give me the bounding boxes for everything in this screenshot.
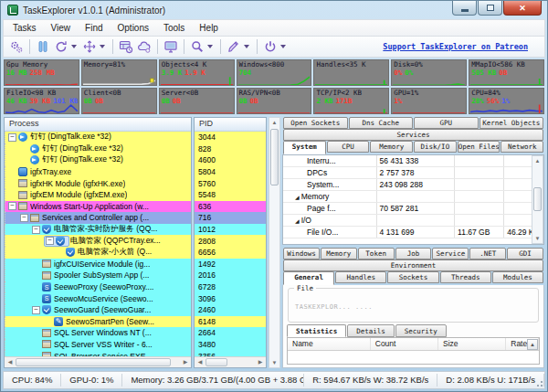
graph-cell-cpu[interactable]: CPU=84%28%56%1%: [469, 88, 544, 114]
menu-item-find[interactable]: Find: [78, 21, 110, 35]
graph-cell-gpu[interactable]: GPU=1%1%: [391, 88, 467, 114]
graph-cell-gpu-memory[interactable]: Gpu Memory16 MB258 MB: [4, 59, 79, 86]
menu-item-options[interactable]: Options: [111, 21, 156, 35]
tab-statistics[interactable]: Statistics: [287, 324, 346, 337]
pid-row[interactable]: 3356: [195, 350, 266, 356]
tab-environment[interactable]: Environment: [283, 260, 543, 271]
system-stat-row[interactable]: File I/O...4 131 69911.67 GB46.29 KB: [283, 227, 543, 238]
pid-row[interactable]: 6148: [195, 316, 266, 328]
process-row[interactable]: 钉钉 (DingTalk.exe *32): [5, 154, 191, 166]
tab-memory[interactable]: Memory: [321, 248, 357, 260]
scroll-down-icon[interactable]: ▼: [269, 358, 279, 367]
tab-threads[interactable]: Threads: [440, 271, 491, 283]
graph-cell-memory[interactable]: Memory=81%: [81, 59, 157, 86]
pause-button[interactable]: [34, 38, 52, 55]
graph-cell-mmapio[interactable]: MMapIO<586 KB505 KB0B: [469, 59, 544, 86]
scroll-left-icon[interactable]: ◀: [5, 358, 15, 366]
pid-row[interactable]: 2016: [195, 270, 266, 281]
tab-details[interactable]: Details: [347, 324, 395, 337]
expand-all-button[interactable]: [80, 38, 109, 55]
graph-cell-disk[interactable]: Disk=0%0%0%: [391, 59, 467, 86]
process-row[interactable]: −Services and Controller app (...: [5, 212, 191, 224]
tab-cpu[interactable]: CPU: [327, 141, 370, 153]
process-row[interactable]: SQL Browser Service EXE ...: [5, 350, 191, 356]
pid-column-header[interactable]: PID: [195, 118, 266, 132]
process-column-header[interactable]: Process: [5, 118, 191, 132]
process-row[interactable]: 钉钉 (DingTalk.exe *32): [5, 143, 191, 155]
tab-network[interactable]: Network: [501, 141, 543, 153]
tab-sockets[interactable]: Sockets: [387, 271, 438, 283]
pid-row[interactable]: 5804: [195, 166, 266, 178]
tab-open-files[interactable]: Open Files: [458, 141, 501, 153]
menu-item-help[interactable]: Help: [192, 21, 226, 35]
hscroll-thumb[interactable]: [16, 358, 171, 366]
process-row[interactable]: igfxHK Module (igfxHK.exe): [5, 177, 191, 189]
chevron-down-icon[interactable]: [244, 45, 249, 48]
expanded-icon[interactable]: ◢: [295, 216, 300, 226]
chevron-down-icon[interactable]: [100, 45, 105, 48]
pid-row[interactable]: 3096: [195, 292, 266, 304]
collapse-toggle[interactable]: −: [8, 202, 16, 210]
pid-row[interactable]: 636: [195, 201, 266, 213]
process-vscrollbar[interactable]: ▲ ▼: [269, 117, 280, 368]
chevron-down-icon[interactable]: [280, 45, 286, 48]
process-row[interactable]: −电脑管家-实时防护服务 (QQ...: [5, 224, 191, 236]
collapse-toggle[interactable]: −: [20, 214, 28, 222]
menu-item-tasks[interactable]: Tasks: [5, 21, 44, 35]
tab-job[interactable]: Job: [395, 248, 432, 260]
menu-item-view[interactable]: View: [44, 21, 79, 35]
process-hscrollbar[interactable]: ◀ ▶: [5, 356, 191, 367]
pid-row[interactable]: 2460: [195, 304, 266, 316]
pid-row[interactable]: 1492: [195, 259, 266, 270]
tab-open-sockets[interactable]: Open Sockets: [283, 117, 348, 129]
process-row[interactable]: 电脑管家-小火箭 (Q...: [5, 247, 191, 259]
tab-service[interactable]: Service: [432, 248, 469, 260]
patreon-link[interactable]: Support TaskExplorer on Patreon: [383, 42, 528, 51]
collapse-toggle[interactable]: −: [8, 133, 16, 142]
pid-row[interactable]: 5760: [195, 177, 266, 189]
settings-button[interactable]: [7, 38, 26, 55]
collapse-toggle[interactable]: −: [46, 237, 54, 245]
resize-grip[interactable]: [533, 377, 543, 387]
scroll-up-icon[interactable]: ▲: [532, 156, 543, 165]
graph-cell-fileio[interactable]: FileIO<98 KB46 KB39 KB101 KB: [4, 88, 79, 114]
graph-cell-handles[interactable]: Handles<35 K: [313, 59, 389, 86]
scroll-down-icon[interactable]: ▼: [532, 234, 543, 243]
vscroll-thumb[interactable]: [533, 187, 542, 211]
pid-row[interactable]: 3044: [195, 132, 266, 143]
monitors-button[interactable]: [162, 38, 180, 55]
graph-cell-client[interactable]: Client<0B0B0B: [81, 88, 157, 114]
tab-memory[interactable]: Memory: [370, 141, 413, 153]
title-bar[interactable]: TaskExplorer v1.0.1 (Administrator) ✕: [3, 1, 545, 19]
tab-services[interactable]: Services: [283, 129, 543, 141]
close-button[interactable]: ✕: [503, 1, 542, 16]
pid-row[interactable]: 2808: [195, 235, 266, 247]
pid-row[interactable]: 6656: [195, 247, 266, 259]
process-row[interactable]: igfxEM Module (igfxEM.exe): [5, 189, 191, 201]
pid-row[interactable]: 828: [195, 143, 266, 155]
process-row[interactable]: −Windows Start-Up Application (w...: [5, 201, 191, 213]
system-stat-row[interactable]: Interru...56 431 338: [283, 155, 543, 167]
tab-windows[interactable]: Windows: [283, 248, 320, 260]
graph-cell-server[interactable]: Server<0B0B0B: [159, 88, 235, 114]
system-stat-row[interactable]: Page f...70 587 281: [283, 203, 543, 215]
pid-row[interactable]: 5548: [195, 189, 266, 201]
process-row[interactable]: SeewoMcuService (Seewo...: [5, 292, 191, 304]
system-info-button[interactable]: [117, 38, 135, 55]
tab-dns-cache[interactable]: Dns Cache: [349, 117, 414, 129]
process-row[interactable]: igfxCUIService Module (ig...: [5, 259, 191, 270]
tab-handles[interactable]: Handles: [335, 271, 386, 283]
tab--net[interactable]: .NET: [469, 248, 506, 260]
pid-hscrollbar[interactable]: ◀ ▶: [195, 356, 266, 367]
tab-kernel-objects[interactable]: Kernel Objects: [480, 117, 544, 129]
column-header-name[interactable]: Name: [288, 338, 371, 350]
collapse-toggle[interactable]: −: [32, 226, 40, 234]
scroll-left-icon[interactable]: ◀: [195, 358, 205, 366]
process-row[interactable]: igfxTray.exe: [5, 166, 191, 178]
tab-security[interactable]: Security: [395, 324, 447, 337]
pid-row[interactable]: 6728: [195, 281, 266, 293]
process-row[interactable]: −钉钉 (DingTalk.exe *32): [5, 132, 191, 143]
cleanup-button[interactable]: [225, 38, 253, 55]
system-stat-row[interactable]: DPCs2 757 378: [283, 167, 543, 179]
tab-gdi[interactable]: GDI: [507, 248, 543, 260]
